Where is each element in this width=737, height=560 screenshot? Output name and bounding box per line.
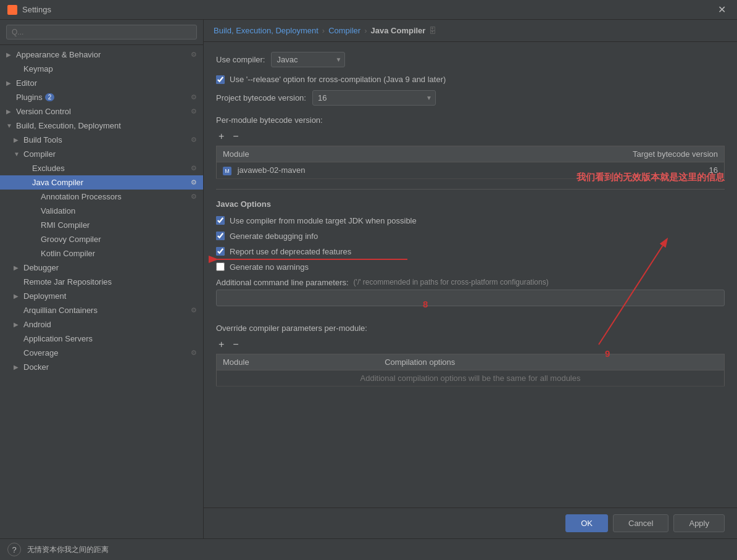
remove-override-button[interactable]: − [230, 338, 241, 351]
sidebar-item-coverage[interactable]: Coverage ⚙ [0, 346, 203, 360]
cancel-button[interactable]: Cancel [613, 514, 668, 532]
sidebar-item-editor[interactable]: Editor [0, 76, 203, 90]
sidebar-label-debugger: Debugger [23, 263, 59, 272]
breadcrumb-part-1[interactable]: Build, Execution, Deployment [214, 26, 319, 35]
sidebar-item-appearance[interactable]: Appearance & Behavior ⚙ [0, 48, 203, 62]
sidebar-label-validation: Validation [41, 206, 75, 215]
sidebar-item-plugins[interactable]: Plugins 2 ⚙ [0, 90, 203, 104]
debug-label[interactable]: Generate debugging info [230, 232, 318, 241]
deprecated-checkbox[interactable] [216, 247, 225, 256]
sidebar-item-deployment[interactable]: Deployment [0, 289, 203, 303]
sidebar-label-keymap: Keymap [23, 64, 53, 73]
sidebar-item-android[interactable]: Android [0, 317, 203, 332]
search-input[interactable] [6, 25, 197, 40]
override-compilation-col: Compilation options [378, 354, 724, 370]
sidebar-label-docker: Docker [23, 362, 49, 372]
settings-window: Settings ✕ Appearance & Behavior ⚙ Keyma… [0, 0, 737, 560]
sidebar-label-editor: Editor [16, 78, 37, 88]
sidebar-item-groovy-compiler[interactable]: Groovy Compiler [0, 232, 203, 246]
gear-icon: ⚙ [191, 306, 197, 314]
sidebar-item-compiler[interactable]: Compiler [0, 147, 203, 161]
sidebar-item-java-compiler[interactable]: Java Compiler ⚙ [0, 175, 203, 190]
bytecode-row: Project bytecode version: 16 11 8 ▼ [216, 90, 725, 106]
cmd-label: Additional command line parameters: [216, 278, 349, 287]
gear-icon: ⚙ [191, 93, 197, 101]
breadcrumb-sep-1: › [322, 26, 325, 35]
title-bar: Settings ✕ [0, 0, 737, 20]
sidebar-item-rmi-compiler[interactable]: RMI Compiler [0, 218, 203, 232]
deprecated-label[interactable]: Report use of deprecated features [230, 247, 351, 256]
compiler-select[interactable]: Javac Eclipse Ajc [271, 52, 345, 67]
breadcrumb-part-3: Java Compiler [371, 26, 426, 35]
bottom-bar: ? 无情资本你我之间的距离 [0, 538, 737, 560]
sidebar-label-build-tools: Build Tools [23, 135, 62, 144]
expand-icon [6, 80, 14, 86]
release-option-row: Use '--release' option for cross-compila… [216, 75, 725, 84]
sidebar-label-rmi-compiler: RMI Compiler [41, 220, 90, 230]
option-no-warnings-row: Generate no warnings [216, 262, 725, 272]
ok-button[interactable]: OK [565, 514, 608, 532]
sidebar-label-android: Android [23, 320, 51, 329]
cmd-hint: ('/' recommended in paths for cross-plat… [354, 278, 549, 286]
no-warnings-label[interactable]: Generate no warnings [230, 262, 309, 272]
search-box [0, 20, 203, 45]
sidebar-label-compiler: Compiler [23, 149, 56, 159]
javac-section-title: Javac Options [216, 199, 725, 209]
release-checkbox[interactable] [216, 75, 225, 84]
expand-icon [14, 321, 21, 328]
use-compiler-row: Use compiler: Javac Eclipse Ajc ▼ [216, 52, 725, 67]
arrows-overlay: 8 9 [204, 42, 737, 508]
sidebar-item-arquillian[interactable]: Arquillian Containers ⚙ [0, 303, 203, 317]
sidebar-item-build-execution[interactable]: Build, Execution, Deployment [0, 119, 203, 133]
sidebar-label-kotlin-compiler: Kotlin Compiler [41, 249, 95, 258]
sidebar-item-excludes[interactable]: Excludes ⚙ [0, 161, 203, 175]
breadcrumb-part-2[interactable]: Compiler [328, 26, 360, 35]
window-title: Settings [22, 5, 714, 14]
sidebar-item-remote-jar[interactable]: Remote Jar Repositories [0, 275, 203, 289]
sidebar-label-java-compiler: Java Compiler [32, 178, 83, 187]
expand-icon [6, 108, 14, 115]
section-divider [216, 189, 725, 190]
sidebar-item-debugger[interactable]: Debugger [0, 261, 203, 275]
sidebar-label-groovy-compiler: Groovy Compiler [41, 235, 101, 244]
plugins-badge: 2 [45, 93, 55, 101]
expand-icon [6, 122, 14, 129]
apply-button[interactable]: Apply [673, 514, 725, 532]
breadcrumb-db-icon: 🗄 [429, 27, 436, 35]
table-row[interactable]: M javaweb-02-maven 16 [217, 162, 725, 179]
sidebar-item-annotation-processors[interactable]: Annotation Processors ⚙ [0, 190, 203, 204]
close-button[interactable]: ✕ [714, 2, 730, 17]
sidebar-item-docker[interactable]: Docker [0, 360, 203, 374]
module-icon: M [223, 167, 231, 175]
cmd-input[interactable] [216, 290, 725, 306]
override-table: Module Compilation options Additional co… [216, 354, 725, 387]
sidebar-item-app-servers[interactable]: Application Servers [0, 332, 203, 346]
app-icon [7, 5, 17, 15]
option-deprecated-row: Report use of deprecated features [216, 247, 725, 256]
use-module-label[interactable]: Use compiler from module target JDK when… [230, 216, 417, 225]
sidebar-label-deployment: Deployment [23, 291, 66, 301]
add-module-button[interactable]: + [216, 130, 227, 143]
remove-module-button[interactable]: − [230, 130, 241, 143]
help-button[interactable]: ? [7, 543, 21, 556]
gear-icon: ⚙ [191, 178, 197, 186]
override-hint: Additional compilation options will be t… [217, 370, 725, 386]
sidebar-label-coverage: Coverage [23, 348, 58, 357]
add-override-button[interactable]: + [216, 338, 227, 351]
per-module-label: Per-module bytecode version: [216, 115, 725, 125]
sidebar-item-keymap[interactable]: Keymap [0, 62, 203, 76]
bytecode-select[interactable]: 16 11 8 [312, 90, 436, 106]
debug-checkbox[interactable] [216, 232, 225, 240]
expand-icon [14, 136, 21, 143]
no-warnings-checkbox[interactable] [216, 262, 225, 271]
sidebar-item-kotlin-compiler[interactable]: Kotlin Compiler [0, 246, 203, 261]
use-module-checkbox[interactable] [216, 216, 225, 225]
override-table-toolbar: + − [216, 338, 725, 351]
sidebar-item-validation[interactable]: Validation [0, 204, 203, 218]
release-option-label[interactable]: Use '--release' option for cross-compila… [230, 75, 446, 84]
option-debug-row: Generate debugging info [216, 232, 725, 241]
sidebar-item-version-control[interactable]: Version Control ⚙ [0, 104, 203, 119]
expand-icon [14, 364, 21, 370]
sidebar-item-build-tools[interactable]: Build Tools ⚙ [0, 133, 203, 147]
main-panel: Build, Execution, Deployment › Compiler … [204, 20, 737, 538]
